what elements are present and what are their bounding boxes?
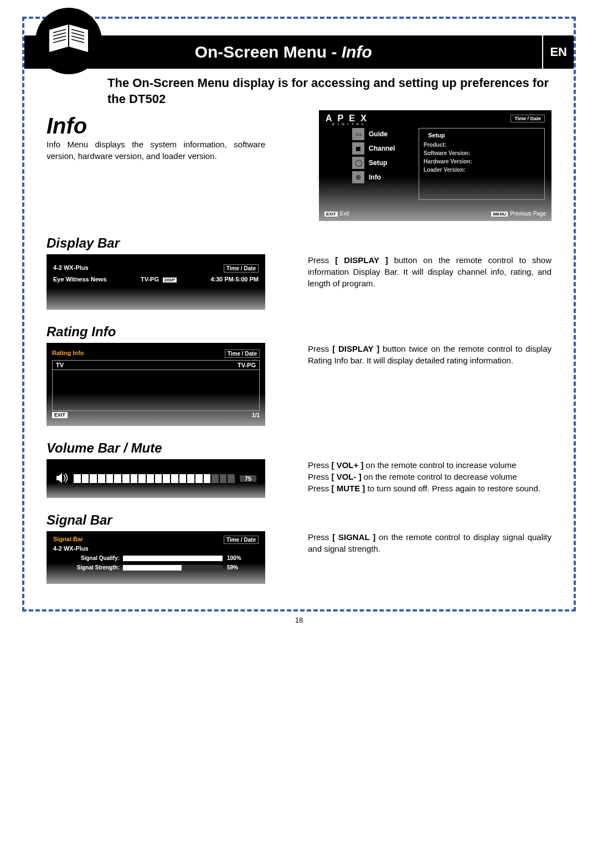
text: Press xyxy=(308,344,332,353)
info-heading: Info xyxy=(47,114,265,138)
button-name: [ VOL- ] xyxy=(332,472,362,481)
button-name: [ DISPLAY ] xyxy=(335,255,388,265)
rating-left: TV xyxy=(56,362,64,368)
strength-pct: 59% xyxy=(227,564,238,571)
menu-channel: ◼Channel xyxy=(352,142,416,155)
text: Press xyxy=(308,472,332,481)
setup-content-panel: Setup Product: Software Version: Hardwar… xyxy=(419,128,545,200)
volume-segment xyxy=(114,474,121,483)
label-software: Software Version: xyxy=(424,150,540,156)
time-date-label: Time / Date xyxy=(511,115,545,122)
rating-value: TV-PG xyxy=(141,276,159,283)
volume-text: Press [ VOL+ ] on the remote control to … xyxy=(308,459,551,494)
title-italic: Info xyxy=(342,43,372,61)
volume-segment xyxy=(122,474,130,483)
book-icon xyxy=(35,8,102,74)
quality-label: Signal Qualify: xyxy=(53,555,123,561)
volume-segment xyxy=(98,474,105,483)
page-title: On-Screen Menu - Info xyxy=(24,43,542,61)
rating-right: TV-PG xyxy=(238,362,256,368)
text: Press xyxy=(308,255,335,265)
menu-label: Guide xyxy=(369,130,388,138)
signal-screenshot: Signal Bar Time / Date 4-2 WX-Plus Signa… xyxy=(47,531,265,584)
volume-segment xyxy=(131,474,138,483)
label-product: Product: xyxy=(424,142,540,148)
volume-segment xyxy=(195,474,203,483)
setup-footer: EXITExit MENUPrevious Page xyxy=(324,210,546,217)
info-section: Info Info Menu displays the system infor… xyxy=(24,110,574,221)
quality-bar xyxy=(123,556,223,561)
rating-box: TV TV-PG xyxy=(52,360,260,411)
volume-section: Volume Bar / Mute 75 Press [ VOL+ ] on t… xyxy=(24,440,574,498)
menu-label: Channel xyxy=(369,145,395,152)
volume-segment xyxy=(187,474,194,483)
menu-guide: ▭Guide xyxy=(352,128,416,140)
timeslot: 4:30 PM-5:00 PM xyxy=(210,276,259,283)
volume-segment xyxy=(138,474,146,483)
volume-segments xyxy=(73,474,235,483)
volume-segment xyxy=(228,474,235,483)
menu-label: Setup xyxy=(369,159,387,167)
signal-section: Signal Bar Signal Bar Time / Date 4-2 WX… xyxy=(24,512,574,584)
display-bar-screenshot: 4-2 WX-Plus Time / Date Eye Witness News… xyxy=(47,254,265,310)
circle-icon: ◯ xyxy=(352,157,364,169)
display-bar-text: Press [ DISPLAY ] button on the remote c… xyxy=(308,254,551,289)
volume-heading: Volume Bar / Mute xyxy=(47,440,551,456)
button-name: [ SIGNAL ] xyxy=(332,532,375,542)
label-hardware: Hardware Version: xyxy=(424,158,540,165)
text: Press xyxy=(308,460,332,470)
volume-segment xyxy=(212,474,219,483)
rating-title: Rating Info xyxy=(52,350,84,358)
strength-bar xyxy=(123,565,223,571)
time-date-label: Time / Date xyxy=(225,350,260,358)
volume-segment xyxy=(204,474,211,483)
text: on the remote control to decrease volume xyxy=(362,472,517,481)
disp-chip: DISP xyxy=(163,278,177,283)
channel-label: 4-2 WX-Plus xyxy=(53,264,89,273)
menu-key: MENU xyxy=(491,212,508,217)
button-name: [ DISPLAY ] xyxy=(332,344,379,353)
volume-segment xyxy=(106,474,114,483)
title-prefix: On-Screen Menu - xyxy=(195,43,342,61)
exit-key: EXIT xyxy=(324,212,338,217)
menu-setup: ◯Setup xyxy=(352,157,416,169)
subtitle: The On-Screen Menu display is for access… xyxy=(107,75,551,107)
brand-sub: D I G I T A L xyxy=(332,122,364,126)
square-icon: ◼ xyxy=(352,142,364,155)
volume-segment xyxy=(220,474,227,483)
info-text: Info Menu displays the system informatio… xyxy=(47,138,265,162)
text: to turn sound off. Press again to restor… xyxy=(365,484,540,493)
volume-segment xyxy=(147,474,154,483)
speaker-icon xyxy=(55,472,69,485)
volume-segment xyxy=(155,474,162,483)
menu-info: ⊕Info xyxy=(352,171,416,183)
exit-chip: EXIT xyxy=(52,412,68,418)
button-name: [ MUTE ] xyxy=(332,484,365,493)
prev-page-label: Previous Page xyxy=(510,210,546,217)
strength-label: Signal Strength: xyxy=(53,564,123,571)
volume-segment xyxy=(90,474,97,483)
rating-info-section: Rating Info Rating Info Time / Date TV T… xyxy=(24,324,574,426)
text: Press xyxy=(308,532,332,542)
header-bar: On-Screen Menu - Info EN xyxy=(24,35,574,69)
time-date-label: Time / Date xyxy=(224,264,259,273)
rating-info-screenshot: Rating Info Time / Date TV TV-PG EXIT 1/… xyxy=(47,343,265,426)
signal-channel: 4-2 WX-Plus xyxy=(53,545,259,552)
menu-column: ▭Guide ◼Channel ◯Setup ⊕Info xyxy=(352,128,416,186)
button-name: [ VOL+ ] xyxy=(332,460,364,470)
rating-info-text: Press [ DISPLAY ] button twice on the re… xyxy=(308,343,551,366)
text: on the remote control to increase volume xyxy=(363,460,516,470)
menu-label: Info xyxy=(369,173,381,181)
program-name: Eye Witness News xyxy=(53,276,107,283)
signal-heading: Signal Bar xyxy=(47,512,551,528)
volume-segment xyxy=(163,474,170,483)
tv-icon: ▭ xyxy=(352,128,364,140)
display-bar-heading: Display Bar xyxy=(47,235,551,251)
page-border: On-Screen Menu - Info EN The On-Screen M… xyxy=(22,17,576,612)
setup-screenshot: A P E X D I G I T A L Time / Date ▭Guide… xyxy=(319,110,551,221)
volume-segment xyxy=(82,474,89,483)
globe-icon: ⊕ xyxy=(352,171,364,183)
signal-text: Press [ SIGNAL ] on the remote control t… xyxy=(308,531,551,554)
page-indicator: 1/1 xyxy=(252,412,260,418)
exit-label: Exit xyxy=(340,210,349,217)
